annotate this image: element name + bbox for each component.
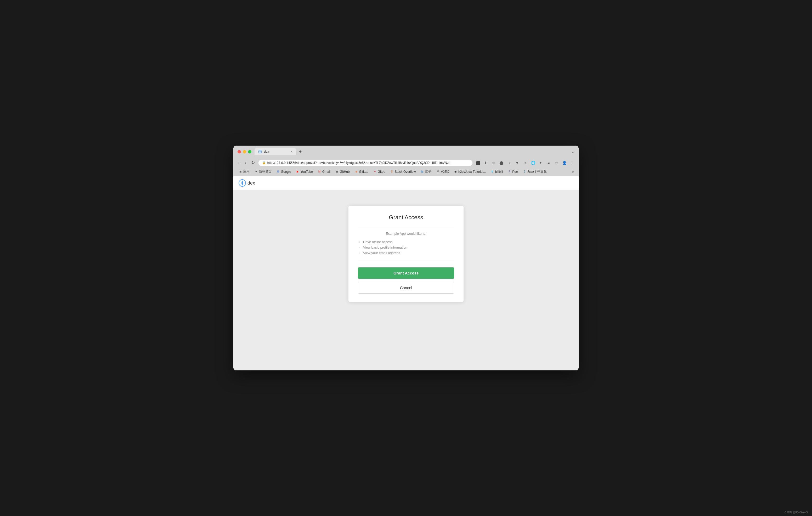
bookmark-youtube[interactable]: ▶ YouTube: [294, 169, 315, 174]
bookmark-bilibili-label: bilibili: [495, 170, 503, 174]
dex-logo-text: dex: [248, 180, 255, 186]
bookmark-java8[interactable]: J Java 8 中文版: [521, 169, 549, 175]
gitee-icon: ✦: [373, 170, 377, 174]
bookmark-apps[interactable]: ⊞ 应用: [236, 169, 252, 175]
ext3-button[interactable]: ✦: [537, 159, 544, 166]
stackoverflow-icon: S: [390, 170, 394, 174]
bookmark-h2pl-label: h2pl/Java-Tutorial...: [458, 170, 486, 174]
gmail-icon: M: [318, 170, 321, 174]
tab-close-icon[interactable]: ✕: [290, 150, 293, 153]
permissions-list: Have offline access View basic profile i…: [358, 239, 454, 256]
bookmark-gmail-label: Gmail: [322, 170, 330, 174]
youtube-icon: ▶: [296, 170, 299, 174]
ext2-button[interactable]: 🌐: [529, 159, 536, 166]
h2pl-icon: ◉: [454, 170, 457, 174]
screenshot-button[interactable]: ⬛: [474, 159, 481, 166]
card-subtitle: Example App would like to:: [358, 232, 454, 236]
zhihu-icon: 知: [420, 170, 424, 174]
bookmark-github[interactable]: ◉ GitHub: [333, 169, 352, 174]
browser-window: dex ✕ + ⌄ ‹ › ↻ 🔒 ⬛ ⬆ ☆ ⬤ ▪ ▼ ⟡ 🌐 ✦ ≡ ▭ …: [233, 146, 579, 370]
bilibili-icon: b: [491, 170, 494, 174]
bookmarks-more-button[interactable]: »: [571, 169, 576, 174]
bookmark-youtube-label: YouTube: [300, 170, 313, 174]
bookmark-h2pl[interactable]: ◉ h2pl/Java-Tutorial...: [452, 169, 488, 174]
java8-icon: J: [523, 170, 526, 174]
bookmark-poe-label: Poe: [512, 170, 518, 174]
bookmark-apps-label: 应用: [243, 170, 250, 174]
toolbar-icons: ⬛ ⬆ ☆ ⬤ ▪ ▼ ⟡ 🌐 ✦ ≡ ▭ 👤 ⋮: [474, 159, 576, 166]
github-icon: ◉: [335, 170, 339, 174]
sidebar-button[interactable]: ▭: [553, 159, 560, 166]
apps-icon: ⊞: [239, 170, 242, 174]
gitlab-icon: ◈: [354, 170, 358, 174]
google-icon: G: [276, 170, 280, 174]
star-button[interactable]: ☆: [490, 159, 497, 166]
grant-access-card: Grant Access Example App would like to: …: [348, 206, 464, 302]
back-button[interactable]: ‹: [236, 159, 241, 166]
tab-bar: dex ✕ + ⌄: [255, 148, 575, 155]
bookmark-github-label: GitHub: [340, 170, 349, 174]
bookmark-java8-label: Java 8 中文版: [527, 170, 547, 174]
bookmark-v2ex-label: V2EX: [441, 170, 449, 174]
bookmark-gitlab-label: GitLab: [359, 170, 368, 174]
bookmarks-bar: ⊞ 应用 ✦ 新标签页 G Google ▶ YouTube M Gmail ◉…: [233, 168, 579, 176]
security-icon: 🔒: [262, 161, 266, 164]
ext1-button[interactable]: ⟡: [522, 159, 528, 166]
bookmark-gitee-label: Gitee: [378, 170, 385, 174]
bookmark-newtab-label: 新标签页: [259, 170, 271, 174]
bookmark-newtab[interactable]: ✦ 新标签页: [252, 169, 273, 175]
app-header: dex: [233, 176, 579, 190]
share-button[interactable]: ⬆: [483, 159, 489, 166]
forward-button[interactable]: ›: [243, 159, 248, 166]
watermark: CSDN @F3nGeekS: [785, 511, 808, 514]
ext4-button[interactable]: ≡: [545, 159, 552, 166]
bookmark-google-label: Google: [281, 170, 291, 174]
bookmark-gitee[interactable]: ✦ Gitee: [371, 169, 387, 174]
tab-favicon: [258, 150, 262, 153]
puzzle-button[interactable]: ▼: [514, 159, 521, 166]
page-content: dex Grant Access Example App would like …: [233, 176, 579, 370]
new-tab-button[interactable]: +: [297, 149, 303, 154]
bookmark-gmail[interactable]: M Gmail: [316, 169, 332, 174]
dex-logo: dex: [239, 179, 255, 187]
bookmark-stackoverflow-label: Stack Overflow: [395, 170, 416, 174]
bookmark-gitlab[interactable]: ◈ GitLab: [352, 169, 370, 174]
address-bar-container: 🔒: [258, 160, 472, 166]
newtab-icon: ✦: [254, 170, 258, 174]
tab-overflow-button[interactable]: ⌄: [571, 150, 575, 154]
grant-access-button[interactable]: Grant Access: [358, 267, 454, 279]
poe-icon: P: [508, 170, 511, 174]
bookmark-poe[interactable]: P Poe: [505, 169, 520, 174]
menu-button[interactable]: ⋮: [569, 159, 576, 166]
square-button[interactable]: ▪: [506, 159, 513, 166]
permission-email: View your email address: [358, 250, 454, 256]
permission-offline: Have offline access: [358, 239, 454, 245]
circle-button[interactable]: ⬤: [498, 159, 505, 166]
traffic-lights: [237, 150, 252, 153]
bookmark-v2ex[interactable]: V V2EX: [434, 169, 451, 174]
close-button[interactable]: [237, 150, 241, 153]
bookmark-google[interactable]: G Google: [274, 169, 293, 174]
active-tab[interactable]: dex ✕: [255, 148, 296, 155]
bookmark-zhihu[interactable]: 知 知乎: [418, 169, 433, 175]
tab-label: dex: [264, 150, 269, 153]
title-bar: dex ✕ + ⌄: [233, 146, 579, 158]
bookmark-bilibili[interactable]: b bilibili: [488, 169, 505, 174]
profile-button[interactable]: 👤: [561, 159, 568, 166]
permission-profile: View basic profile information: [358, 245, 454, 250]
bookmark-zhihu-label: 知乎: [425, 170, 431, 174]
minimize-button[interactable]: [243, 150, 246, 153]
cancel-button[interactable]: Cancel: [358, 282, 454, 294]
card-bottom-divider: [358, 261, 454, 261]
toolbar: ‹ › ↻ 🔒 ⬛ ⬆ ☆ ⬤ ▪ ▼ ⟡ 🌐 ✦ ≡ ▭ 👤 ⋮: [233, 158, 579, 168]
reload-button[interactable]: ↻: [250, 159, 256, 166]
v2ex-icon: V: [436, 170, 440, 174]
bookmark-stackoverflow[interactable]: S Stack Overflow: [388, 169, 418, 174]
main-content: Grant Access Example App would like to: …: [233, 190, 579, 370]
card-title: Grant Access: [358, 214, 454, 221]
card-top-divider: [358, 226, 454, 226]
address-input[interactable]: [267, 161, 469, 165]
maximize-button[interactable]: [248, 150, 252, 153]
dex-logo-icon: [239, 179, 246, 187]
